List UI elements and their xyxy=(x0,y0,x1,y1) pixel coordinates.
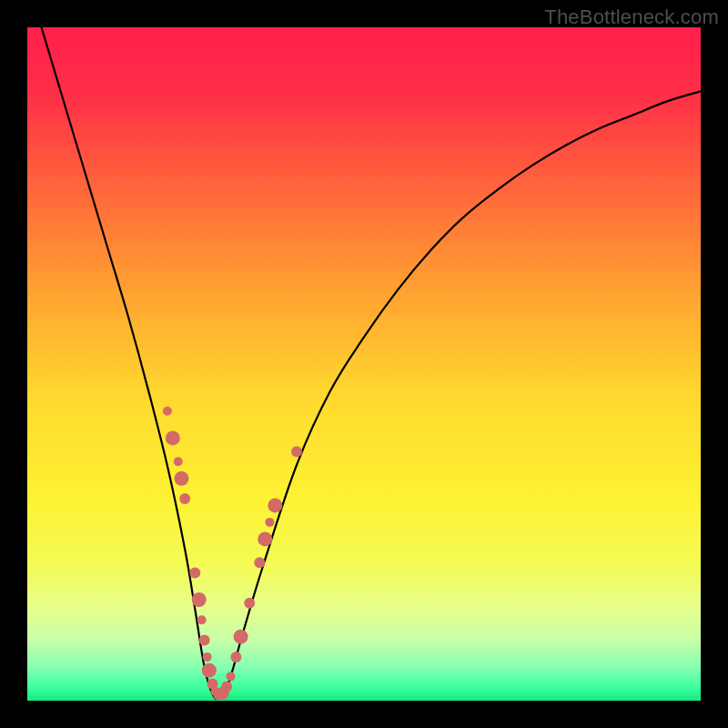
chart-plot-area xyxy=(27,27,701,701)
data-marker xyxy=(189,567,200,578)
chart-svg xyxy=(27,27,701,701)
outer-frame: TheBottleneck.com xyxy=(0,0,728,728)
data-marker xyxy=(265,518,274,527)
data-marker xyxy=(268,498,282,512)
data-marker xyxy=(197,615,207,624)
data-marker xyxy=(230,652,241,662)
data-marker xyxy=(291,446,302,457)
data-marker xyxy=(163,407,172,416)
data-marker xyxy=(254,557,265,568)
data-marker xyxy=(174,457,183,466)
data-marker xyxy=(203,652,212,662)
data-marker xyxy=(174,471,188,486)
data-marker xyxy=(166,430,180,445)
data-marker xyxy=(179,493,190,504)
data-marker xyxy=(199,634,210,645)
data-marker xyxy=(258,531,272,546)
data-marker xyxy=(221,681,232,692)
watermark-text: TheBottleneck.com xyxy=(544,5,719,29)
data-marker xyxy=(192,592,207,607)
data-marker xyxy=(226,672,235,681)
data-marker xyxy=(202,663,217,678)
data-marker xyxy=(244,598,255,609)
data-marker xyxy=(234,630,248,644)
